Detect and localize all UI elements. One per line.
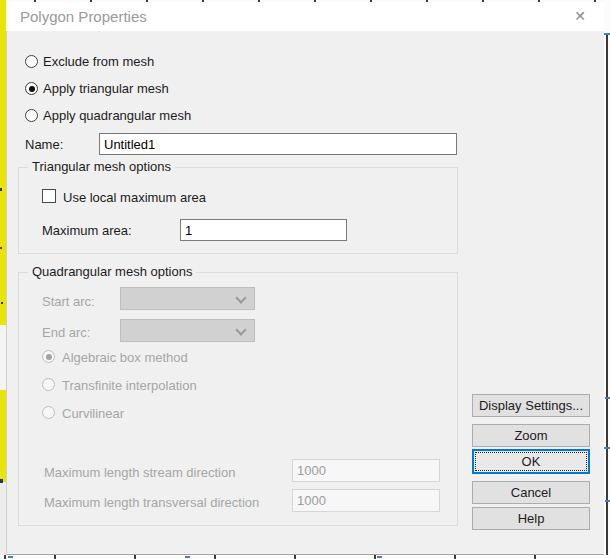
ok-button[interactable]: OK: [472, 449, 590, 474]
radio-curvilinear-label: Curvilinear: [62, 406, 124, 421]
background-mark: [185, 556, 190, 558]
background-mark: [605, 397, 610, 399]
maximum-area-input[interactable]: [180, 219, 347, 241]
radio-apply-quadrangular-mesh[interactable]: [25, 109, 38, 122]
start-arc-dropdown: [120, 287, 255, 310]
name-input[interactable]: [99, 133, 457, 155]
radio-apply-triangular-mesh[interactable]: [25, 82, 38, 95]
end-arc-dropdown: [120, 319, 255, 342]
maximum-length-stream-label: Maximum length stream direction: [44, 465, 235, 480]
end-arc-label: End arc:: [42, 325, 90, 340]
background-mark: [0, 479, 3, 483]
radio-exclude-from-mesh-label: Exclude from mesh: [43, 54, 154, 69]
quadrangular-group-title: Quadrangular mesh options: [28, 265, 196, 279]
use-local-maximum-area-checkbox[interactable]: [42, 189, 56, 203]
quadrangular-mesh-options-group: [18, 272, 458, 526]
triangular-group-title: Triangular mesh options: [28, 160, 175, 174]
maximum-area-label: Maximum area:: [42, 223, 132, 238]
background-ruler-bottom: [0, 555, 610, 559]
background-mark: [0, 188, 2, 191]
chevron-down-icon: [235, 324, 246, 335]
maximum-length-transversal-input: [292, 489, 440, 512]
radio-algebraic-box-method: [42, 350, 55, 363]
close-icon[interactable]: ✕: [566, 5, 594, 27]
start-arc-label: Start arc:: [42, 294, 95, 309]
radio-apply-triangular-mesh-label: Apply triangular mesh: [43, 81, 169, 96]
radio-algebraic-box-method-label: Algebraic box method: [62, 350, 188, 365]
maximum-length-stream-input: [292, 459, 440, 482]
background-mark: [377, 556, 382, 558]
background-mark: [0, 247, 2, 249]
background-mark: [604, 33, 610, 35]
background-mark: [8, 556, 13, 558]
radio-transfinite-interpolation-label: Transfinite interpolation: [62, 378, 197, 393]
dialog-title: Polygon Properties: [20, 8, 147, 25]
radio-transfinite-interpolation: [42, 378, 55, 391]
radio-exclude-from-mesh[interactable]: [25, 55, 38, 68]
radio-curvilinear: [42, 406, 55, 419]
name-label: Name:: [25, 137, 63, 152]
help-button[interactable]: Help: [472, 507, 590, 530]
background-mark: [605, 500, 610, 502]
chevron-down-icon: [235, 292, 246, 303]
background-table-line: [606, 33, 608, 559]
cancel-button[interactable]: Cancel: [472, 481, 590, 504]
use-local-maximum-area-label: Use local maximum area: [63, 190, 206, 205]
display-settings-button[interactable]: Display Settings...: [472, 394, 590, 417]
background-mark: [1, 302, 3, 304]
maximum-length-transversal-label: Maximum length transversal direction: [44, 495, 259, 510]
background-mark: [604, 447, 610, 449]
radio-apply-quadrangular-mesh-label: Apply quadrangular mesh: [43, 108, 191, 123]
zoom-button[interactable]: Zoom: [472, 424, 590, 447]
